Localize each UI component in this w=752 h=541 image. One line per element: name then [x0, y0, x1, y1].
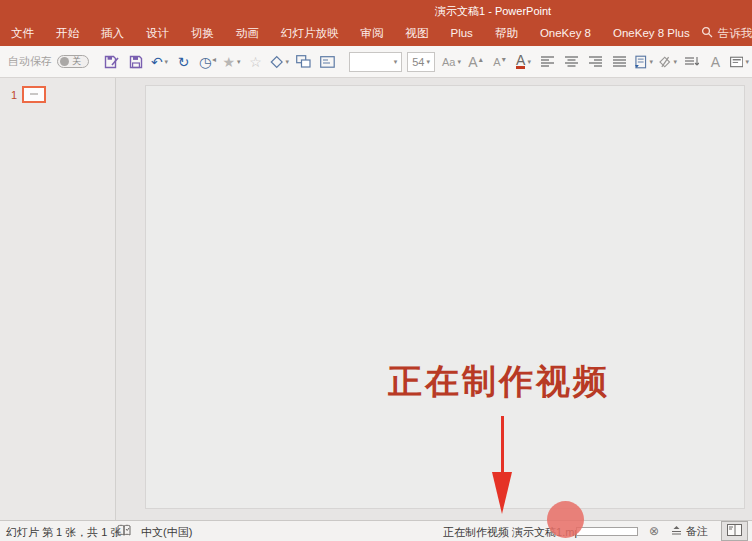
window-title: 演示文稿1 - PowerPoint	[435, 4, 551, 19]
font-size-combobox[interactable]: 54 ▾	[407, 52, 435, 72]
grow-font-icon[interactable]: A▴	[464, 50, 487, 74]
font-dialog-icon[interactable]: A	[704, 50, 727, 74]
menu-tab-animations[interactable]: 动画	[225, 20, 270, 46]
autosave-state: 关	[72, 55, 81, 68]
slide-canvas[interactable]	[145, 85, 745, 509]
menu-tab-review[interactable]: 审阅	[350, 20, 395, 46]
undo-icon[interactable]: ↶▾	[148, 50, 171, 74]
chevron-down-icon: ▾	[394, 58, 398, 66]
menu-bar: 文件开始插入设计切换动画幻灯片放映审阅视图Plus帮助OneKey 8OneKe…	[0, 20, 752, 46]
autosave-toggle[interactable]: 关	[57, 55, 89, 68]
cancel-export-icon[interactable]: ⊗	[649, 524, 659, 538]
autosave-label: 自动保存	[8, 54, 52, 69]
normal-view-icon	[727, 524, 742, 538]
notes-label: 备注	[686, 524, 708, 539]
text-direction-icon[interactable]	[680, 50, 703, 74]
align-left-icon[interactable]	[536, 50, 559, 74]
chevron-down-icon: ▾	[457, 58, 461, 66]
rehearse-timings-icon[interactable]: ◷◂	[196, 50, 219, 74]
search-icon	[701, 26, 713, 40]
font-color-icon[interactable]: A▾	[512, 50, 535, 74]
align-right-icon[interactable]	[584, 50, 607, 74]
chevron-down-icon: ▾	[649, 58, 653, 66]
menu-tab-help[interactable]: 帮助	[484, 20, 529, 46]
menu-tab-file[interactable]: 文件	[0, 20, 45, 46]
export-progress-bar	[576, 527, 638, 536]
notes-toggle-button[interactable]: 备注	[671, 524, 708, 539]
search-placeholder: 告诉我你想要做什么	[718, 26, 752, 41]
annotation-text: 正在制作视频	[388, 359, 610, 405]
menu-tab-insert[interactable]: 插入	[90, 20, 135, 46]
menu-tab-onekey-8-plus[interactable]: OneKey 8 Plus	[602, 20, 701, 46]
menu-tab-home[interactable]: 开始	[45, 20, 90, 46]
autosave-group: 自动保存 关	[8, 54, 89, 69]
title-bar: 演示文稿1 - PowerPoint	[0, 0, 752, 20]
chevron-down-icon: ▾	[527, 58, 531, 66]
shrink-font-icon[interactable]: A▾	[488, 50, 511, 74]
tell-me-search[interactable]: 告诉我你想要做什么	[701, 26, 752, 41]
menu-tab-design[interactable]: 设计	[135, 20, 180, 46]
proofing-icon[interactable]	[117, 524, 131, 539]
shape-outline-icon[interactable]: ▾	[656, 50, 679, 74]
new-slide-icon[interactable]: ▾	[632, 50, 655, 74]
slide-thumbnails-panel: 1	[0, 78, 116, 520]
chevron-down-icon: ▾	[745, 58, 749, 66]
annotation-arrow-line	[501, 416, 504, 474]
font-name-combobox[interactable]: ▾	[349, 52, 402, 72]
align-center-icon[interactable]	[560, 50, 583, 74]
normal-view-button[interactable]	[721, 521, 748, 541]
chevron-down-icon: ▾	[426, 58, 430, 66]
play-animations-icon[interactable]: ★▾	[220, 50, 243, 74]
export-status-text: 正在制作视频 演示文稿1.mp4	[443, 525, 587, 540]
text-box-icon[interactable]	[316, 50, 339, 74]
chevron-down-icon: ▾	[673, 58, 677, 66]
quick-access-toolbar: 自动保存 关 ↶▾↻◷◂★▾☆▾ ▾ 54 ▾ Aa▾A▴A▾A▾▾▾A▾	[0, 46, 752, 78]
menu-tab-plus[interactable]: Plus	[440, 20, 484, 46]
slide-thumbnail[interactable]	[22, 86, 46, 103]
annotation-arrow-head-icon	[492, 472, 512, 514]
animation-pane-icon[interactable]: ☆	[244, 50, 267, 74]
chevron-down-icon: ▾	[285, 58, 289, 66]
layout-picker-icon[interactable]: ▾	[728, 50, 751, 74]
chevron-down-icon: ▾	[165, 58, 169, 66]
menu-tab-slide-show[interactable]: 幻灯片放映	[270, 20, 350, 46]
toggle-knob-icon	[60, 57, 69, 66]
chevron-down-icon: ▾	[237, 58, 241, 66]
save-icon[interactable]	[124, 50, 147, 74]
content-area: 1 正在制作视频	[0, 78, 752, 520]
menu-tab-transitions[interactable]: 切换	[180, 20, 225, 46]
notes-icon	[671, 525, 682, 538]
align-justify-icon[interactable]	[608, 50, 631, 74]
change-case-icon[interactable]: Aa▾	[440, 50, 463, 74]
menu-tab-view[interactable]: 视图	[395, 20, 440, 46]
status-bar: 幻灯片 第 1 张，共 1 张 中文(中国) 正在制作视频 演示文稿1.mp4 …	[0, 520, 752, 541]
language-indicator[interactable]: 中文(中国)	[141, 525, 192, 540]
save-as-icon[interactable]	[100, 50, 123, 74]
slide-counter: 幻灯片 第 1 张，共 1 张	[6, 525, 122, 540]
menu-tab-onekey-8[interactable]: OneKey 8	[529, 20, 602, 46]
draw-shape-icon[interactable]: ▾	[268, 50, 291, 74]
screenshot-icon[interactable]	[292, 50, 315, 74]
slide-number-label: 1	[11, 89, 17, 101]
font-size-value: 54	[412, 56, 424, 68]
redo-icon[interactable]: ↻	[172, 50, 195, 74]
